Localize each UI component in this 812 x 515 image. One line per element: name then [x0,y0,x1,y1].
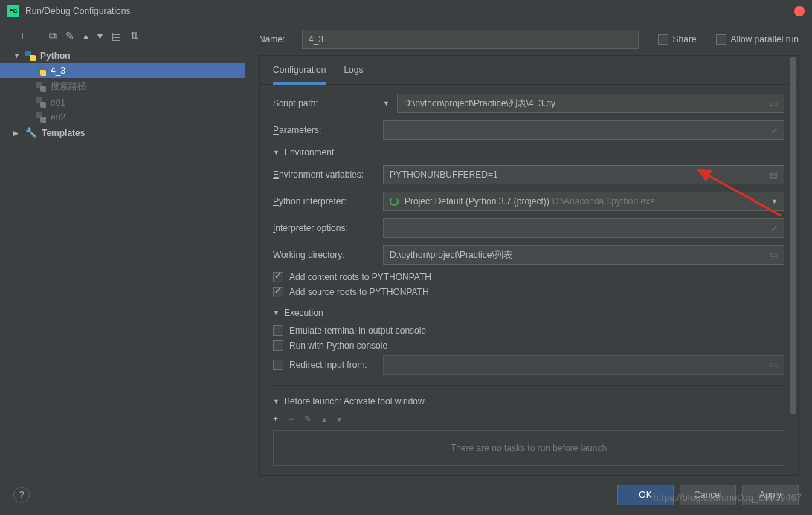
remove-icon[interactable]: − [34,30,40,42]
allow-parallel-checkbox[interactable] [716,34,726,45]
interp-options-label: Interpreter options: [273,223,383,233]
execution-section-label: Execution [284,308,323,318]
tree-item-label: e01 [51,97,65,108]
browse-folder-icon[interactable]: ▭ [770,360,778,370]
before-launch-toolbar: + − ✎ ▴ ▾ [273,414,784,424]
copy-icon[interactable]: ⧉ [49,30,57,42]
remove-task-icon[interactable]: − [289,414,294,424]
tree-item-search-path[interactable]: 搜索路径 [0,78,245,95]
tree-item-label: 搜索路径 [51,80,86,93]
chevron-down-icon: ▼ [771,198,778,205]
tree-toolbar: + − ⧉ ✎ ▴ ▾ ▤ ⇅ [0,27,245,48]
window-title: Run/Debug Configurations [25,6,794,16]
emulate-terminal-label: Emulate terminal in output console [289,325,426,336]
tree-item-label: e02 [51,112,65,123]
script-path-input[interactable]: D:\python\project\Practice\列表\4_3.py ▭ [397,94,784,113]
name-label: Name: [259,34,293,45]
run-with-console-label: Run with Python console [289,340,387,351]
wrench-icon: 🔧 [25,127,37,138]
redirect-input-label: Redirect input from: [289,360,383,370]
env-vars-label: Environment variables: [273,169,383,180]
interpreter-select[interactable]: Project Default (Python 3.7 (project)) D… [383,192,784,211]
tree-item-label: 4_3 [51,65,65,76]
chevron-down-icon: ▼ [273,309,280,317]
redirect-input-field[interactable]: ▭ [383,355,784,375]
tree-group-python[interactable]: ▼ Python [0,48,245,63]
script-path-mode-dropdown[interactable]: ▼ [383,100,390,107]
env-vars-input[interactable]: PYTHONUNBUFFERED=1 ▤ [383,165,784,184]
tree-item-4-3[interactable]: 4_3 [0,63,245,78]
folder-icon[interactable]: ▤ [112,30,121,42]
tree-group-label: Python [40,51,71,61]
python-icon [36,97,46,108]
python-icon [36,82,46,92]
add-task-icon[interactable]: + [273,414,278,424]
tree-group-templates[interactable]: ▶ 🔧 Templates [0,125,245,140]
before-launch-label: Before launch: Activate tool window [284,396,425,407]
chevron-down-icon: ▼ [273,149,280,156]
redirect-input-checkbox[interactable] [273,360,283,370]
add-source-roots-label: Add source roots to PYTHONPATH [289,287,429,297]
config-content: Configuration Logs Script path: ▼ D:\pyt… [259,55,799,476]
add-source-roots-checkbox[interactable] [273,287,283,297]
interpreter-value: Project Default (Python 3.7 (project)) [405,196,550,207]
tab-logs[interactable]: Logs [344,62,363,84]
move-down-icon[interactable]: ▾ [97,30,103,42]
parameters-label: Parameters: [273,125,383,135]
expand-icon[interactable]: ⤢ [771,126,778,135]
tree-item-e02[interactable]: e02 [0,110,245,125]
loading-spinner-icon [390,197,399,206]
run-with-console-checkbox[interactable] [273,340,283,351]
script-path-label: Script path: [273,98,383,108]
execution-section-toggle[interactable]: ▼ Execution [273,308,784,318]
before-launch-section-toggle[interactable]: ▼ Before launch: Activate tool window [273,396,784,407]
interpreter-label: Python interpreter: [273,196,383,207]
working-dir-value: D:\python\project\Practice\列表 [390,249,512,262]
tree-item-e01[interactable]: e01 [0,95,245,110]
pycharm-icon: PC [7,5,19,17]
configuration-editor: Name: Share Allow parallel run Configura… [245,22,812,476]
share-checkbox[interactable] [658,34,668,45]
add-content-roots-label: Add content roots to PYTHONPATH [289,272,431,282]
allow-parallel-label: Allow parallel run [731,34,799,45]
working-dir-label: Working directory: [273,250,383,260]
interp-options-input[interactable]: ⤢ [383,218,784,238]
env-vars-value: PYTHONUNBUFFERED=1 [390,169,498,180]
chevron-down-icon: ▼ [273,398,280,405]
edit-defaults-icon[interactable]: ✎ [65,30,74,42]
browse-folder-icon[interactable]: ▭ [770,250,778,260]
working-dir-input[interactable]: D:\python\project\Practice\列表 ▭ [383,245,784,265]
watermark: https://blog.csdn.net/qq_29339467 [654,492,802,503]
environment-section-label: Environment [284,147,334,158]
python-icon [36,112,46,123]
tree-group-label: Templates [42,128,85,138]
tab-configuration[interactable]: Configuration [273,62,326,85]
emulate-terminal-checkbox[interactable] [273,325,283,336]
add-icon[interactable]: + [19,30,25,42]
move-up-task-icon[interactable]: ▴ [322,414,326,424]
no-tasks-placeholder: There are no tasks to run before launch [273,430,784,466]
script-path-value: D:\python\project\Practice\列表\4_3.py [404,97,555,110]
python-icon [25,51,36,61]
close-dot-icon[interactable] [794,6,805,16]
browse-folder-icon[interactable]: ▭ [770,98,778,108]
titlebar: PC Run/Debug Configurations [0,0,812,22]
edit-task-icon[interactable]: ✎ [304,414,312,424]
interpreter-path: D:\Anaconda3\python.exe [552,196,655,207]
chevron-right-icon: ▶ [13,129,21,137]
parameters-input[interactable]: ⤢ [383,120,784,140]
sort-icon[interactable]: ⇅ [130,30,139,42]
scrollbar[interactable] [790,57,796,473]
python-icon [36,65,46,76]
configurations-tree-panel: + − ⧉ ✎ ▴ ▾ ▤ ⇅ ▼ Python 4_3 搜索路径 [0,22,245,476]
add-content-roots-checkbox[interactable] [273,272,283,282]
chevron-down-icon: ▼ [13,52,21,59]
name-input[interactable] [302,30,639,49]
move-down-task-icon[interactable]: ▾ [337,414,341,424]
help-button[interactable]: ? [13,487,30,503]
share-label: Share [673,34,697,45]
env-vars-edit-icon[interactable]: ▤ [770,169,778,180]
environment-section-toggle[interactable]: ▼ Environment [273,147,784,158]
expand-icon[interactable]: ⤢ [771,224,778,233]
move-up-icon[interactable]: ▴ [83,30,88,42]
